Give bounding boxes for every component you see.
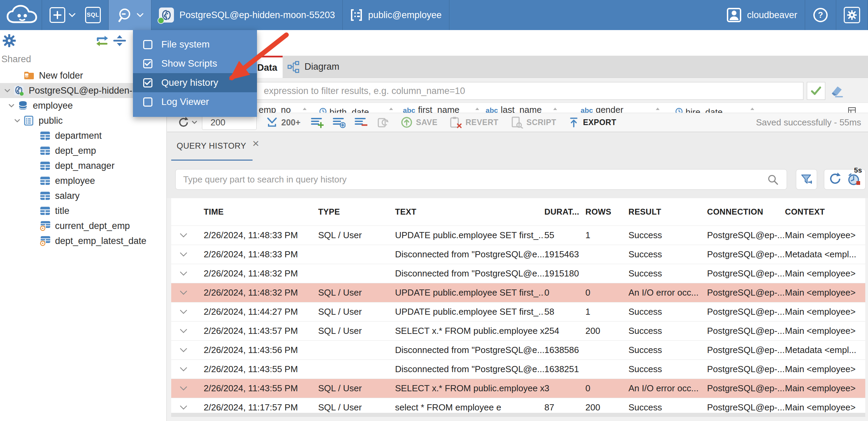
row-expand-chevron[interactable] (171, 290, 204, 295)
row-expand-chevron[interactable] (171, 386, 204, 391)
add-row-button[interactable] (311, 117, 324, 128)
user-menu[interactable]: cloudbeaver (719, 0, 805, 30)
query-history-row[interactable]: 2/26/2024, 11:48:33 PM Disconnected from… (171, 245, 865, 264)
row-context: Main <employee> (785, 287, 865, 298)
checkbox[interactable] (143, 40, 152, 49)
sort-icon[interactable] (655, 103, 660, 113)
query-history-row[interactable]: 2/26/2024, 11:43:55 PM SQL / User SELECT… (171, 379, 865, 398)
auto-refresh-button[interactable] (376, 116, 389, 128)
revert-button[interactable]: REVERT (449, 116, 498, 128)
tab-diagram[interactable]: Diagram (287, 56, 339, 78)
fetch-more-button[interactable]: 200+ (266, 117, 311, 128)
row-expand-chevron[interactable] (171, 405, 204, 410)
grid-col-gender[interactable]: abcgender (581, 103, 623, 113)
horizontal-scrollbar[interactable] (171, 413, 865, 417)
query-history-row[interactable]: 2/26/2024, 11:43:57 PM SQL / User SELECT… (171, 321, 865, 340)
query-history-row[interactable]: 2/26/2024, 11:43:55 PM Disconnected from… (171, 359, 865, 379)
sort-icon[interactable] (302, 103, 307, 113)
refresh-button[interactable] (177, 116, 197, 128)
sort-icon[interactable] (389, 103, 394, 113)
tree-item[interactable]: employee (0, 173, 166, 188)
col-duration[interactable]: DURAT... (544, 207, 585, 217)
checkbox[interactable] (143, 78, 152, 87)
tree-settings-button[interactable] (3, 34, 16, 49)
col-context[interactable]: CONTEXT (785, 207, 865, 217)
row-result: Success (628, 268, 707, 279)
query-history-search-input[interactable] (175, 169, 787, 190)
grid-settings-icon[interactable] (848, 103, 856, 113)
filter-expression-input[interactable] (171, 82, 803, 100)
tree-item[interactable]: dept_manager (0, 158, 166, 173)
duplicate-row-button[interactable] (333, 117, 345, 128)
query-history-row[interactable]: 2/26/2024, 11:43:56 PM Disconnected from… (171, 340, 865, 359)
col-text[interactable]: TEXT (395, 207, 544, 217)
tree-item-label: employee (33, 100, 73, 111)
tree-item-label: department (55, 131, 102, 141)
sort-icon[interactable] (553, 103, 558, 113)
col-type[interactable]: TYPE (318, 207, 395, 217)
chevron-down-icon[interactable] (13, 119, 22, 123)
tree-item[interactable]: dept_emp (0, 143, 166, 158)
row-context: Main <employee> (785, 326, 865, 336)
schema-context-selector[interactable]: public@employee (343, 0, 449, 30)
grid-col-last-name[interactable]: abclast_name (486, 103, 542, 113)
close-icon[interactable]: × (252, 137, 259, 149)
active-connection[interactable]: PostgreSQL@ep-hidden-moon-55203 (151, 0, 342, 30)
row-expand-chevron[interactable] (171, 348, 204, 353)
row-expand-chevron[interactable] (171, 252, 204, 257)
query-history-search-row: 5s (167, 161, 868, 198)
new-connection-button[interactable] (42, 0, 83, 30)
tree-item[interactable]: dept_emp_latest_date (0, 233, 166, 248)
settings-button[interactable] (836, 0, 868, 30)
query-history-row[interactable]: 2/26/2024, 11:44:27 PM SQL / User UPDATE… (171, 302, 865, 321)
tab-query-history[interactable]: QUERY HISTORY × (171, 132, 253, 161)
cloudbeaver-logo (6, 4, 38, 26)
apply-filter-button[interactable] (807, 82, 825, 100)
col-time[interactable]: TIME (204, 207, 318, 217)
grid-col-first-name[interactable]: abcfirst_name (403, 103, 460, 113)
tree-item[interactable]: current_dept_emp (0, 218, 166, 233)
history-filter-button[interactable] (796, 169, 817, 190)
query-history-row[interactable]: 2/26/2024, 11:48:33 PM SQL / User UPDATE… (171, 226, 865, 245)
chevron-down-icon[interactable] (3, 89, 12, 93)
query-history-row[interactable]: 2/26/2024, 11:48:32 PM SQL / User UPDATE… (171, 283, 865, 302)
row-expand-chevron[interactable] (171, 310, 204, 314)
row-limit-input[interactable] (202, 115, 257, 130)
tree-item[interactable]: title (0, 203, 166, 218)
help-button[interactable]: ? (805, 0, 836, 30)
tree-item[interactable]: department (0, 128, 166, 143)
grid-col-hire-date[interactable]: hire_date (675, 103, 722, 113)
export-button[interactable]: EXPORT (568, 117, 616, 128)
checkbox[interactable] (143, 59, 152, 68)
delete-row-button[interactable] (354, 117, 367, 128)
col-rows[interactable]: ROWS (585, 207, 628, 217)
row-time: 2/26/2024, 11:43:55 PM (204, 383, 318, 394)
row-time: 2/26/2024, 11:17:57 PM (204, 402, 318, 413)
tools-menu-item[interactable]: Show Scripts (133, 54, 257, 73)
query-history-row[interactable]: 2/26/2024, 11:48:32 PM Disconnected from… (171, 264, 865, 283)
sort-icon[interactable] (750, 103, 755, 113)
chevron-down-icon[interactable] (7, 104, 16, 108)
tools-menu-button[interactable] (109, 0, 151, 30)
eraser-icon[interactable] (829, 84, 844, 99)
collapse-all-icon[interactable] (113, 34, 126, 49)
sort-icon[interactable] (475, 103, 480, 113)
col-result[interactable]: RESULT (628, 207, 707, 217)
tools-menu-item[interactable]: File system (133, 35, 257, 54)
tools-menu-item[interactable]: Query history (133, 73, 257, 92)
row-text: UPDATE public.employee SET first_... (395, 307, 544, 317)
row-expand-chevron[interactable] (171, 367, 204, 372)
sync-connection-icon[interactable] (94, 35, 110, 49)
row-expand-chevron[interactable] (171, 329, 204, 334)
row-expand-chevron[interactable] (171, 233, 204, 238)
sql-editor-button[interactable]: SQL (83, 0, 108, 30)
grid-col-birth-date[interactable]: birth_date (319, 103, 369, 113)
col-connection[interactable]: CONNECTION (707, 207, 785, 217)
row-expand-chevron[interactable] (171, 271, 204, 276)
save-button[interactable]: SAVE (401, 117, 437, 128)
tools-menu-item[interactable]: Log Viewer (133, 92, 257, 111)
tree-item[interactable]: salary (0, 188, 166, 203)
checkbox[interactable] (143, 97, 152, 107)
script-button[interactable]: SCRIPT (510, 116, 556, 128)
history-refresh-button[interactable] (828, 172, 842, 187)
